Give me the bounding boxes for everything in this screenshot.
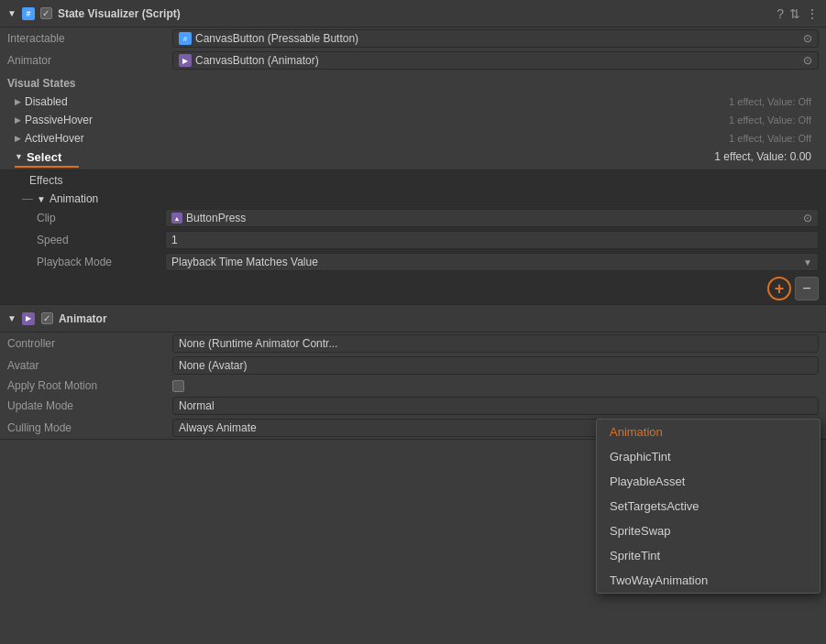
animator-row: Animator ▶ CanvasButton (Animator) ⊙ [0,49,826,71]
passivehover-arrow-icon: ▶ [15,115,21,125]
effects-container: Effects [0,169,826,191]
fold-arrow-icon[interactable]: ▼ [7,8,17,18]
context-menu-item-graphictint[interactable]: GraphicTint [597,444,820,469]
context-menu-item-spritetint[interactable]: SpriteTint [597,543,820,568]
playback-dropdown[interactable]: Playback Time Matches Value ▼ [165,253,819,271]
animator-select-icon[interactable]: ⊙ [803,54,812,67]
animator-icon: ▶ [179,54,192,67]
animator-field-label: Animator [7,54,172,67]
interactable-row: Interactable # CanvasButton (Pressable B… [0,27,826,49]
controller-value: None (Runtime Animator Contr... [172,334,819,353]
clip-field[interactable]: ▲ ButtonPress ⊙ [165,209,819,227]
interactable-field-text: CanvasButton (Pressable Button) [195,32,799,45]
playback-value: Playback Time Matches Value [171,256,803,268]
disabled-arrow-icon: ▶ [15,97,21,106]
passivehover-state-info: 1 effect, Value: Off [729,115,811,126]
avatar-label: Avatar [7,359,172,372]
controller-field-text: None (Runtime Animator Contr... [179,337,812,350]
select-state-row[interactable]: ▼ Select 1 effect, Value: 0.00 [0,147,826,166]
animator-panel-header: ▼ ▶ Animator [0,305,826,333]
playback-label: Playback Mode [37,256,165,268]
avatar-field-text: None (Avatar) [179,359,812,372]
state-visualizer-panel: ▼ # State Visualizer (Script) ? ⇅ ⋮ Inte… [0,0,826,305]
context-menu-item-playableasset[interactable]: PlayableAsset [597,469,820,494]
controller-field[interactable]: None (Runtime Animator Contr... [172,334,819,353]
panel-title: State Visualizer (Script) [58,7,773,20]
activehover-state-name: ActiveHover [25,132,729,145]
more-icon[interactable]: ⋮ [806,6,819,21]
settings-icon[interactable]: ⇅ [789,6,800,21]
clip-field-text: ButtonPress [186,212,799,224]
select-underline [15,166,79,168]
update-mode-text: Normal [179,399,812,412]
add-minus-buttons: + − [0,273,826,304]
select-state-name: Select [27,150,714,164]
animation-section: — ▼ Animation Clip ▲ ButtonPress ⊙ Speed… [0,191,826,304]
activehover-state-info: 1 effect, Value: Off [729,133,811,144]
visual-states-header: Visual States [0,71,826,93]
context-menu-item-twowayanimation[interactable]: TwoWayAnimation [597,568,820,593]
animation-fold-icon[interactable]: ▼ [37,194,46,204]
passivehover-state-name: PassiveHover [25,114,729,126]
animation-header: — ▼ Animation [0,191,826,207]
apply-root-motion-checkbox[interactable] [172,380,184,392]
animator-field-text: CanvasButton (Animator) [195,54,799,67]
effects-label: Effects [22,171,70,190]
speed-row: Speed [0,229,826,251]
enabled-checkbox[interactable] [40,7,52,19]
clip-icon: ▲ [171,213,182,224]
playback-dropdown-arrow: ▼ [803,257,812,267]
header-icons: ? ⇅ ⋮ [776,6,819,21]
update-mode-value: Normal [172,397,819,415]
apply-root-motion-label: Apply Root Motion [7,379,172,392]
disabled-state-info: 1 effect, Value: Off [729,96,811,107]
select-state-info: 1 effect, Value: 0.00 [714,150,811,163]
disabled-state-row[interactable]: ▶ Disabled 1 effect, Value: Off [0,93,826,111]
animator-value: ▶ CanvasButton (Animator) ⊙ [172,51,819,70]
animator-panel-title: Animator [59,312,819,325]
animator-fold-arrow[interactable]: ▼ [7,313,17,323]
activehover-arrow-icon: ▶ [15,134,21,143]
speed-label: Speed [37,234,165,246]
help-icon[interactable]: ? [776,6,784,21]
avatar-row: Avatar None (Avatar) [0,355,826,377]
animator-panel-icon: ▶ [22,312,35,325]
controller-label: Controller [7,337,172,350]
culling-mode-label: Culling Mode [7,421,172,434]
speed-input[interactable] [165,231,819,249]
clip-select-icon[interactable]: ⊙ [803,212,812,224]
passivehover-state-row[interactable]: ▶ PassiveHover 1 effect, Value: Off [0,111,826,129]
playback-row: Playback Mode Playback Time Matches Valu… [0,251,826,273]
update-mode-label: Update Mode [7,399,172,412]
state-visualizer-header: ▼ # State Visualizer (Script) ? ⇅ ⋮ [0,0,826,27]
select-arrow-icon: ▼ [15,152,23,161]
context-menu-item-animation[interactable]: Animation [597,420,820,444]
animator-enabled-checkbox[interactable] [41,312,53,324]
avatar-field[interactable]: None (Avatar) [172,356,819,375]
add-effect-button[interactable]: + [767,277,791,300]
interactable-label: Interactable [7,32,172,45]
animator-field[interactable]: ▶ CanvasButton (Animator) ⊙ [172,51,819,70]
activehover-state-row[interactable]: ▶ ActiveHover 1 effect, Value: Off [0,129,826,147]
interactable-value: # CanvasButton (Pressable Button) ⊙ [172,29,819,48]
script-icon: # [22,7,35,20]
update-mode-field[interactable]: Normal [172,397,819,415]
apply-root-motion-row: Apply Root Motion [0,377,826,395]
avatar-value: None (Avatar) [172,356,819,375]
context-menu-item-settargetsactive[interactable]: SetTargetsActive [597,494,820,518]
interactable-field[interactable]: # CanvasButton (Pressable Button) ⊙ [172,29,819,48]
apply-root-motion-value [172,380,819,392]
context-menu-item-spriteswap[interactable]: SpriteSwap [597,518,820,543]
clip-row: Clip ▲ ButtonPress ⊙ [0,207,826,229]
interactable-select-icon[interactable]: ⊙ [803,32,812,45]
controller-row: Controller None (Runtime Animator Contr.… [0,333,826,355]
dash-icon: — [22,192,33,205]
clip-label: Clip [37,212,165,224]
animation-label: Animation [50,192,98,205]
update-mode-row: Update Mode Normal [0,395,826,417]
pressable-button-icon: # [179,32,192,45]
disabled-state-name: Disabled [25,95,729,108]
remove-effect-button[interactable]: − [795,277,819,300]
context-menu: Animation GraphicTint PlayableAsset SetT… [596,419,820,594]
